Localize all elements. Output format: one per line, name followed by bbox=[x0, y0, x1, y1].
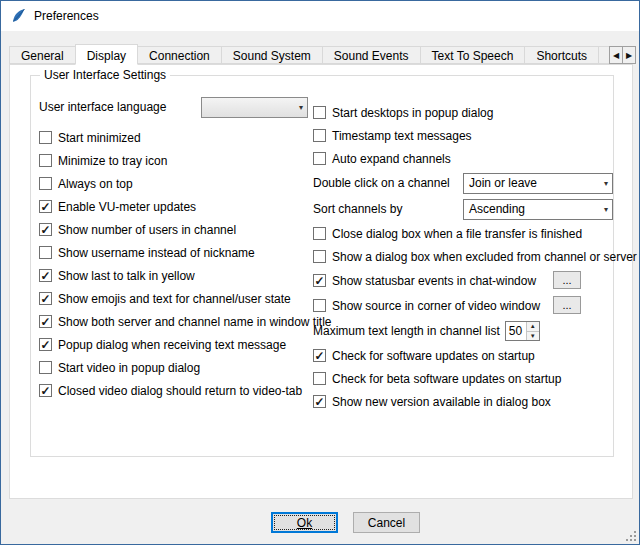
sort-channels-combobox-value: Ascending bbox=[469, 202, 525, 216]
checkbox-box[interactable] bbox=[39, 361, 52, 374]
checkbox-label: Show username instead of nickname bbox=[58, 246, 255, 260]
checkbox-show-number-of-users[interactable]: ✓ Show number of users in channel bbox=[39, 218, 313, 241]
max-text-length-spinner[interactable]: 50 ▲ ▼ bbox=[505, 321, 540, 341]
max-text-length-row: Maximum text length in channel list 50 ▲… bbox=[313, 318, 613, 344]
checkbox-closed-video-return[interactable]: ✓ Closed video dialog should return to v… bbox=[39, 379, 313, 402]
checkbox-label: Show last to talk in yellow bbox=[58, 269, 195, 283]
checkbox-label: Enable VU-meter updates bbox=[58, 200, 196, 214]
checkbox-box[interactable]: ✓ bbox=[313, 395, 326, 408]
checkbox-label: Show a dialog box when excluded from cha… bbox=[332, 250, 637, 264]
group-title: User Interface Settings bbox=[40, 68, 170, 82]
checkbox-label: Show number of users in channel bbox=[58, 223, 236, 237]
checkbox-check-beta-updates[interactable]: Check for beta software updates on start… bbox=[313, 367, 613, 390]
sort-channels-row: Sort channels by Ascending ▾ bbox=[313, 196, 613, 222]
checkbox-box[interactable] bbox=[313, 129, 326, 142]
language-row: User interface language ▾ bbox=[39, 96, 313, 118]
cancel-button[interactable]: Cancel bbox=[353, 512, 420, 533]
checkbox-label: Closed video dialog should return to vid… bbox=[58, 384, 302, 398]
checkbox-popup-text-message[interactable]: ✓ Popup dialog when receiving text messa… bbox=[39, 333, 313, 356]
double-click-combobox[interactable]: Join or leave ▾ bbox=[463, 173, 613, 194]
checkbox-label: Start minimized bbox=[58, 131, 141, 145]
left-arrow-icon: ◀ bbox=[613, 51, 619, 60]
language-combobox[interactable]: ▾ bbox=[201, 97, 308, 118]
tab-connection[interactable]: Connection bbox=[137, 46, 222, 64]
checkbox-label: Close dialog box when a file transfer is… bbox=[332, 227, 582, 241]
right-arrow-icon: ▶ bbox=[626, 51, 632, 60]
checkbox-label: Start video in popup dialog bbox=[58, 361, 200, 375]
checkbox-box[interactable] bbox=[39, 154, 52, 167]
checkbox-box[interactable] bbox=[313, 227, 326, 240]
tab-sound-system[interactable]: Sound System bbox=[221, 46, 323, 64]
checkbox-box[interactable]: ✓ bbox=[39, 292, 52, 305]
checkbox-box[interactable] bbox=[313, 250, 326, 263]
double-click-row: Double click on a channel Join or leave … bbox=[313, 170, 613, 196]
checkbox-minimize-to-tray[interactable]: Minimize to tray icon bbox=[39, 149, 313, 172]
spin-down-icon[interactable]: ▼ bbox=[527, 331, 539, 341]
checkbox-check-updates[interactable]: ✓ Check for software updates on startup bbox=[313, 344, 613, 367]
checkbox-show-username[interactable]: Show username instead of nickname bbox=[39, 241, 313, 264]
statusbar-events-label: Show statusbar events in chat-window bbox=[332, 274, 536, 288]
tab-sound-events[interactable]: Sound Events bbox=[322, 46, 421, 64]
checkbox-box[interactable]: ✓ bbox=[39, 315, 52, 328]
checkbox-box[interactable]: ✓ bbox=[39, 384, 52, 397]
checkbox-box[interactable]: ✓ bbox=[39, 223, 52, 236]
checkbox-start-minimized[interactable]: Start minimized bbox=[39, 126, 313, 149]
checkbox-label: Show both server and channel name in win… bbox=[58, 315, 332, 329]
checkbox-start-desktops-popup[interactable]: Start desktops in popup dialog bbox=[313, 101, 613, 124]
checkbox-show-last-to-talk[interactable]: ✓ Show last to talk in yellow bbox=[39, 264, 313, 287]
resize-grip[interactable] bbox=[625, 530, 637, 542]
checkbox-box[interactable]: ✓ bbox=[39, 269, 52, 282]
statusbar-events-browse-button[interactable]: ... bbox=[553, 271, 581, 289]
checkbox-label: Always on top bbox=[58, 177, 133, 191]
checkbox-box[interactable] bbox=[313, 372, 326, 385]
checkbox-timestamp-messages[interactable]: Timestamp text messages bbox=[313, 124, 613, 147]
checkbox-auto-expand-channels[interactable]: Auto expand channels bbox=[313, 147, 613, 170]
checkbox-show-server-channel-title[interactable]: ✓ Show both server and channel name in w… bbox=[39, 310, 313, 333]
spinner-buttons: ▲ ▼ bbox=[526, 322, 539, 340]
right-column: Start desktops in popup dialog Timestamp… bbox=[313, 101, 613, 413]
max-text-length-value: 50 bbox=[506, 322, 526, 340]
tab-scroller: ◀ ▶ bbox=[609, 46, 636, 64]
checkbox-always-on-top[interactable]: Always on top bbox=[39, 172, 313, 195]
checkbox-show-new-version[interactable]: ✓ Show new version available in dialog b… bbox=[313, 390, 613, 413]
window-title: Preferences bbox=[34, 9, 99, 23]
tab-display[interactable]: Display bbox=[75, 44, 138, 65]
cancel-button-label: Cancel bbox=[368, 516, 405, 530]
ok-button[interactable]: Ok bbox=[271, 512, 338, 533]
tab-text-to-speech[interactable]: Text To Speech bbox=[420, 46, 526, 64]
checkbox-label: Show emojis and text for channel/user st… bbox=[58, 292, 291, 306]
tab-scroll-left-button[interactable]: ◀ bbox=[609, 46, 623, 64]
checkbox-box[interactable]: ✓ bbox=[39, 200, 52, 213]
checkbox-box[interactable]: ✓ bbox=[313, 274, 326, 287]
checkbox-box[interactable] bbox=[39, 177, 52, 190]
checkbox-close-dialog-file-transfer[interactable]: Close dialog box when a file transfer is… bbox=[313, 222, 613, 245]
checkbox-show-dialog-excluded[interactable]: Show a dialog box when excluded from cha… bbox=[313, 245, 613, 268]
checkbox-box[interactable] bbox=[313, 299, 326, 312]
user-interface-settings-group: User Interface Settings User interface l… bbox=[30, 75, 614, 457]
tab-shortcuts[interactable]: Shortcuts bbox=[524, 46, 599, 64]
video-source-row: Show source in corner of video window ..… bbox=[313, 293, 613, 318]
video-source-browse-button[interactable]: ... bbox=[553, 296, 581, 314]
checkbox-box[interactable] bbox=[313, 152, 326, 165]
video-source-label: Show source in corner of video window bbox=[332, 299, 540, 313]
preferences-window: Preferences General Display Connection S… bbox=[0, 0, 640, 545]
checkbox-label: Show new version available in dialog box bbox=[332, 395, 551, 409]
checkbox-box[interactable] bbox=[313, 106, 326, 119]
titlebar[interactable]: Preferences bbox=[1, 1, 639, 31]
checkbox-box[interactable] bbox=[39, 246, 52, 259]
chevron-down-icon: ▾ bbox=[604, 205, 608, 214]
checkbox-label: Start desktops in popup dialog bbox=[332, 106, 493, 120]
tab-general[interactable]: General bbox=[9, 46, 76, 64]
max-text-length-label: Maximum text length in channel list bbox=[313, 324, 500, 338]
tab-scroll-right-button[interactable]: ▶ bbox=[622, 46, 636, 64]
checkbox-show-emojis[interactable]: ✓ Show emojis and text for channel/user … bbox=[39, 287, 313, 310]
checkbox-label: Check for beta software updates on start… bbox=[332, 372, 561, 386]
checkbox-box[interactable]: ✓ bbox=[39, 338, 52, 351]
checkbox-box[interactable]: ✓ bbox=[313, 349, 326, 362]
checkbox-box[interactable] bbox=[39, 131, 52, 144]
spin-up-icon[interactable]: ▲ bbox=[527, 322, 539, 331]
checkbox-label: Check for software updates on startup bbox=[332, 349, 535, 363]
checkbox-enable-vu-meter[interactable]: ✓ Enable VU-meter updates bbox=[39, 195, 313, 218]
sort-channels-combobox[interactable]: Ascending ▾ bbox=[463, 199, 613, 220]
checkbox-start-video-popup[interactable]: Start video in popup dialog bbox=[39, 356, 313, 379]
